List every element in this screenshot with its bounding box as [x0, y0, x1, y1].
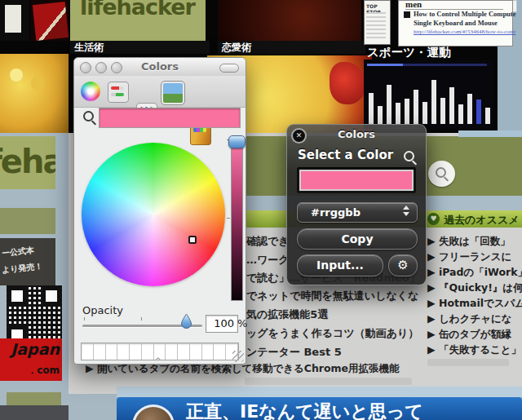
list-item[interactable]: …ワーク: [246, 253, 290, 267]
light-sliver: [458, 130, 522, 137]
format-dropdown[interactable]: #rrggbb: [297, 202, 418, 223]
list-item[interactable]: 確認でき: [246, 234, 290, 249]
colors-window: Colors Opacity 100 %: [73, 57, 246, 365]
thumbnail-renai[interactable]: [218, 0, 361, 41]
color-sliders-tab-icon[interactable]: [108, 82, 129, 103]
lifehacker-logo-text: lifehacker: [80, 0, 195, 20]
olive-strip: [7, 392, 61, 405]
hud-title: Colors: [287, 128, 426, 140]
hud-colors-panel: ✕ Colors Select a Color #rrggbb Copy Inp…: [286, 124, 427, 285]
copy-button[interactable]: Copy: [297, 228, 418, 250]
hud-swatch-frame: [297, 167, 416, 193]
gear-button[interactable]: ⚙: [388, 254, 418, 276]
lego-studs: [10, 69, 23, 82]
heart-icon: ♥: [427, 213, 440, 225]
olive-banner[interactable]: [0, 208, 55, 234]
sidebar-header-text: 過去のオススメ: [444, 213, 520, 228]
qr-eye: [42, 287, 60, 305]
colors-window-titlebar[interactable]: Colors: [74, 58, 246, 77]
logo-partial-text: lifehacker: [0, 143, 55, 180]
comment-banner[interactable]: 正直、IEなんて遅いと思って: [117, 397, 522, 420]
list-item[interactable]: 気の拡張機能5選: [246, 307, 328, 322]
qr-eye: [8, 287, 26, 305]
slider-tick: [227, 218, 230, 219]
screenshot-root: lifehacker 生活術 恋愛術 TOP STOR men How to C…: [0, 0, 522, 420]
search-button[interactable]: [428, 161, 455, 187]
stepper-arrows-icon: [403, 206, 409, 216]
sidebar-item[interactable]: ▶ 『Quicky!』は何: [427, 281, 522, 295]
logo-partial[interactable]: lifehacker: [0, 136, 55, 189]
article-bullet: [404, 11, 410, 18]
hud-color-swatch[interactable]: [299, 170, 414, 191]
book-ad-line1: ー公式本: [1, 245, 34, 259]
banner-text: 正直、IEなんて遅いと思って: [186, 400, 423, 420]
list-item[interactable]: でネットで時間を無駄遣いしなくな: [246, 289, 418, 303]
article-title-line2: Single Keyboard and Mouse: [414, 19, 498, 27]
opacity-slider-handle[interactable]: [180, 313, 192, 329]
article-link[interactable]: http://lifehacker.com/#!534648/how-to-co…: [414, 29, 515, 35]
gear-icon: ⚙: [397, 258, 408, 272]
thumbnail-lego[interactable]: [0, 54, 69, 133]
chart-progress-line: [367, 64, 487, 66]
thumbnail-top-stories[interactable]: TOP STOR: [364, 0, 391, 45]
brightness-slider-handle[interactable]: [228, 135, 246, 148]
article-card-header: men: [405, 0, 503, 10]
book-ad-line2: より発売！: [1, 260, 43, 276]
list-item[interactable]: ッグをうまく作るコツ（動画あり）: [246, 326, 418, 341]
drawer-caret-icon[interactable]: ^: [155, 356, 161, 365]
category-label-sports[interactable]: スポーツ・運動: [367, 45, 451, 60]
hud-magnifier-icon[interactable]: [404, 151, 414, 161]
opacity-tick: [141, 317, 142, 321]
red-ad-line2: ．com: [27, 364, 60, 378]
food-red-shape: [330, 62, 365, 104]
bar-chart-thumbnail[interactable]: [364, 60, 493, 129]
dark-strip: [0, 405, 69, 420]
color-wheel-marker[interactable]: [188, 236, 197, 244]
resize-grip[interactable]: [232, 351, 244, 362]
toolbar-toggle-button[interactable]: [219, 64, 239, 73]
picker-toolbar: [74, 76, 246, 108]
thumbnail-red-box[interactable]: [31, 0, 69, 41]
red-box-shape: [33, 2, 69, 41]
blurred-row: [427, 359, 509, 366]
brightness-slider[interactable]: [231, 139, 243, 301]
avatar: [132, 405, 175, 420]
search-icon: [436, 167, 446, 178]
opacity-label: Opacity: [82, 304, 123, 316]
sidebar-item[interactable]: ▶ 失敗は「回数」: [427, 235, 511, 249]
banner-top-strip: [117, 387, 522, 397]
article-card[interactable]: men How to Control Multiple Compute Sing…: [398, 0, 513, 46]
sidebar-item[interactable]: ▶ しわクチャにな: [427, 312, 512, 326]
opacity-value-field[interactable]: 100: [206, 315, 238, 333]
paper-shape: [5, 5, 21, 33]
sidebar-item[interactable]: ▶ Hotmailでスパム: [427, 297, 522, 311]
format-dropdown-value: #rrggbb: [311, 206, 361, 219]
sidebar-item[interactable]: ▶ 缶のタブが額縁: [427, 328, 511, 342]
opacity-tick: [84, 317, 85, 321]
category-label-seikatsu[interactable]: 生活術: [70, 41, 210, 54]
list-item[interactable]: ンテーター Best 5: [246, 345, 342, 360]
magnifier-loupe-icon[interactable]: [83, 111, 94, 122]
blurred-row: [245, 378, 412, 385]
color-wheel-tab-icon[interactable]: [81, 82, 100, 101]
opacity-unit: %: [237, 317, 247, 329]
thumbnail-generic[interactable]: [0, 0, 29, 41]
input-button[interactable]: Input...: [297, 254, 383, 276]
red-ad-line1: Japan: [11, 340, 60, 358]
category-label-renai[interactable]: 恋愛術: [218, 41, 365, 54]
image-palettes-tab-icon[interactable]: [161, 82, 184, 104]
chart-bars: [369, 80, 490, 124]
color-wheel[interactable]: [82, 143, 225, 286]
sidebar-item[interactable]: ▶ フリーランスに: [427, 250, 511, 264]
hud-heading: Select a Color: [298, 148, 393, 162]
qr-code: [7, 285, 62, 346]
top-stories-lines: [366, 12, 386, 40]
current-color-well[interactable]: [99, 108, 241, 128]
sidebar-item[interactable]: ▶ 「失敗すること」: [427, 343, 521, 357]
sidebar-item[interactable]: ▶ iPadの「iWork」: [427, 266, 522, 280]
red-ad[interactable]: Japan ．com: [0, 338, 62, 381]
thumbnail-lifehacker-logo[interactable]: lifehacker: [70, 0, 206, 41]
book-ad[interactable]: ー公式本 より発売！: [0, 238, 55, 285]
article-title-line1: How to Control Multiple Compute: [414, 10, 515, 18]
